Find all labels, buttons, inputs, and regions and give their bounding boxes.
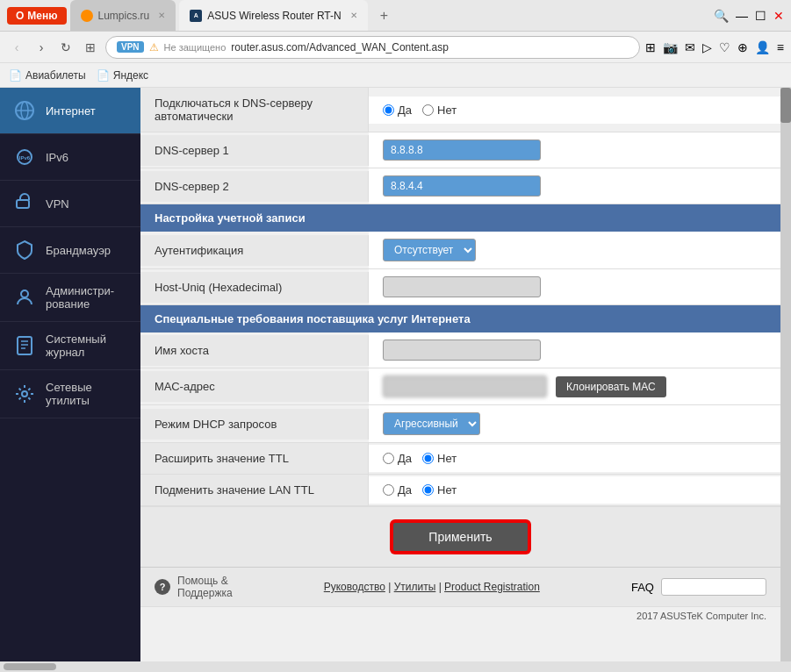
input-host-uniq[interactable] (383, 276, 541, 297)
refresh-button[interactable]: ↻ (56, 38, 76, 57)
sidebar-item-vpn[interactable]: VPN (0, 181, 140, 227)
row-dns-auto: Подключаться к DNS-серверуавтоматически … (140, 88, 780, 132)
copyright-text: 2017 ASUSTeK Computer Inc. (636, 611, 766, 621)
play-icon[interactable]: ▷ (702, 40, 712, 54)
radio-lan-ttl: Да Нет (383, 483, 457, 497)
sidebar-item-syslog[interactable]: Системный журнал (0, 322, 140, 370)
apply-button[interactable]: Применить (392, 521, 529, 553)
link-utils[interactable]: Утилиты (394, 581, 436, 593)
h-scrollbar-thumb[interactable] (4, 663, 56, 670)
syslog-icon (12, 333, 37, 358)
radio-dns-auto-yes-input[interactable] (383, 104, 394, 116)
bookmark-aviabilety[interactable]: 📄 Авиабилеты (9, 69, 86, 82)
label-ttl: Расширить значение TTL (140, 443, 369, 474)
opera-icon: O (16, 10, 24, 22)
sidebar-item-netutils[interactable]: Сетевые утилиты (0, 370, 140, 418)
sidebar: Интернет IPv6 IPv6 VPN (0, 88, 140, 661)
opera-menu-label: Меню (27, 10, 57, 22)
heart-icon[interactable]: ♡ (719, 40, 730, 54)
radio-ttl-yes-input[interactable] (383, 453, 394, 464)
url-text: router.asus.com/Advanced_WAN_Content.asp (231, 41, 449, 54)
help-icon[interactable]: ? (155, 579, 170, 595)
value-dhcp-mode: Агрессивный (369, 405, 780, 442)
sidebar-label-vpn: VPN (46, 197, 69, 211)
radio-dns-auto-yes[interactable]: Да (383, 104, 412, 117)
radio-dns-auto-no[interactable]: Нет (422, 104, 457, 117)
label-dns-auto: Подключаться к DNS-серверуавтоматически (140, 88, 369, 132)
label-mac: МАС-адрес (140, 371, 369, 402)
radio-lan-ttl-yes-label: Да (398, 483, 412, 497)
clone-mac-button[interactable]: Клонировать МАС (556, 376, 666, 397)
value-host-uniq (369, 269, 780, 304)
tab-asus-close[interactable]: ✕ (350, 11, 357, 20)
radio-lan-ttl-yes-input[interactable] (383, 484, 394, 496)
radio-ttl-no[interactable]: Нет (422, 452, 457, 465)
vpn-icon (12, 191, 37, 216)
link-manual[interactable]: Руководство (324, 581, 385, 593)
minimize-button[interactable]: — (736, 9, 748, 23)
svg-rect-5 (17, 200, 29, 208)
bookmark-icon[interactable]: ⊞ (645, 40, 656, 54)
radio-lan-ttl-yes[interactable]: Да (383, 483, 412, 497)
radio-lan-ttl-no-input[interactable] (422, 484, 434, 496)
value-dns1 (369, 132, 780, 168)
main-content: Подключаться к DNS-серверуавтоматически … (140, 88, 780, 661)
dropdown-auth[interactable]: Отсутствует (383, 239, 476, 261)
label-host-uniq: Host-Uniq (Hexadecimal) (140, 272, 369, 303)
browser-window: O Меню Lumpics.ru ✕ A ASUS Wireless Rout… (0, 0, 791, 672)
bookmark-yandex[interactable]: 📄 Яндекс (97, 69, 148, 82)
menu-icon[interactable]: ≡ (777, 40, 784, 54)
user-icon[interactable]: 👤 (755, 40, 770, 54)
input-dns1[interactable] (383, 139, 541, 161)
row-lan-ttl: Подменить значение LAN TTL Да Нет (140, 475, 780, 506)
row-ttl: Расширить значение TTL Да Нет (140, 443, 780, 475)
copyright: 2017 ASUSTeK Computer Inc. (140, 606, 780, 625)
maximize-button[interactable]: ☐ (755, 9, 766, 23)
apps-button[interactable]: ⊞ (81, 38, 100, 57)
tab-lumpics[interactable]: Lumpics.ru ✕ (70, 0, 176, 31)
close-button[interactable]: ✕ (773, 9, 784, 23)
search-icon[interactable]: 🔍 (714, 9, 729, 23)
value-mac: Клонировать МАС (369, 368, 780, 404)
screenshot-icon[interactable]: 📷 (663, 40, 678, 54)
radio-ttl-yes[interactable]: Да (383, 452, 412, 465)
forward-button[interactable]: › (32, 38, 51, 57)
tab-new-button[interactable]: + (371, 8, 397, 24)
sidebar-label-admin: Администри-рование (46, 284, 128, 311)
sidebar-item-ipv6[interactable]: IPv6 IPv6 (0, 134, 140, 181)
back-button[interactable]: ‹ (7, 38, 26, 57)
radio-ttl: Да Нет (383, 452, 457, 465)
radio-dns-auto-no-input[interactable] (422, 104, 434, 116)
label-hostname: Имя хоста (140, 335, 369, 366)
input-dns2[interactable] (383, 175, 541, 197)
opera-menu-button[interactable]: O Меню (7, 7, 67, 25)
nav-bar: ‹ › ↻ ⊞ VPN ⚠ Не защищено router.asus.co… (0, 32, 791, 63)
sidebar-item-admin[interactable]: Администри-рование (0, 274, 140, 322)
radio-ttl-yes-label: Да (398, 452, 412, 465)
link-product-reg[interactable]: Product Registration (444, 581, 540, 593)
footer-search-input[interactable] (661, 578, 766, 596)
tab-lumpics-close[interactable]: ✕ (158, 11, 165, 20)
address-bar[interactable]: VPN ⚠ Не защищено router.asus.com/Advanc… (105, 36, 640, 59)
router-ui: Интернет IPv6 IPv6 VPN (0, 88, 791, 661)
bookmark-icon-2: 📄 (97, 69, 110, 82)
tab-asus[interactable]: A ASUS Wireless Router RT-N ✕ (179, 0, 367, 31)
mail-icon[interactable]: ✉ (685, 40, 695, 54)
firewall-icon (12, 238, 37, 262)
input-hostname[interactable] (383, 340, 541, 361)
sidebar-item-internet[interactable]: Интернет (0, 88, 140, 134)
radio-ttl-no-input[interactable] (422, 453, 434, 464)
bookmarks-bar: 📄 Авиабилеты 📄 Яндекс (0, 63, 791, 88)
scrollbar[interactable] (780, 88, 791, 661)
dropdown-dhcp[interactable]: Агрессивный (383, 412, 480, 435)
radio-lan-ttl-no[interactable]: Нет (422, 483, 457, 497)
help-label: Помощь &Поддержка (177, 575, 233, 599)
value-dns-auto: Да Нет (369, 97, 780, 124)
browser-scrollbar[interactable] (0, 661, 791, 672)
section-header-isp: Специальные требования поставщика услуг … (140, 305, 780, 332)
sidebar-item-firewall[interactable]: Брандмауэр (0, 227, 140, 274)
row-mac: МАС-адрес Клонировать МАС (140, 368, 780, 405)
input-mac[interactable] (383, 375, 547, 397)
label-auth: Аутентификация (140, 235, 369, 266)
share-icon[interactable]: ⊕ (737, 40, 748, 54)
